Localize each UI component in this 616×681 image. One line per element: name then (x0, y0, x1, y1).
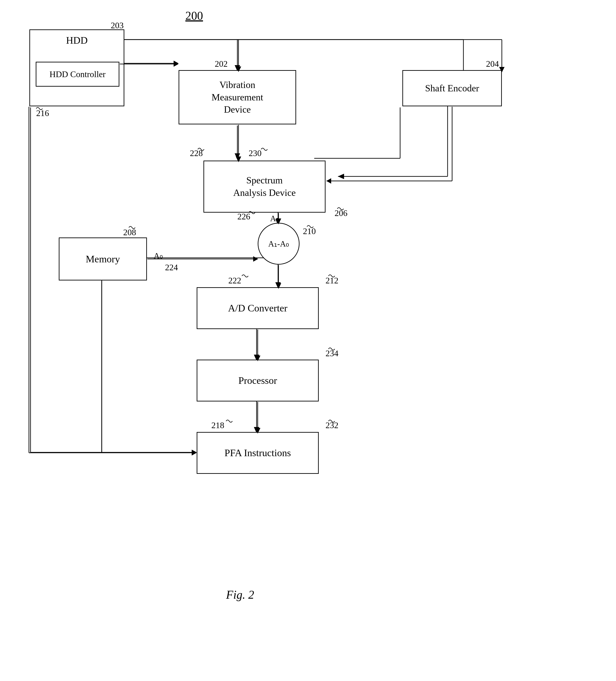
shaft-encoder-label: Shaft Encoder (425, 83, 479, 94)
pfa-instructions-label: PFA Instructions (224, 447, 291, 459)
main-title: 200 (185, 9, 203, 22)
hdd-controller-label: HDD Controller (50, 69, 106, 79)
vibration-label: VibrationMeasurementDevice (212, 79, 263, 116)
svg-marker-39 (326, 178, 331, 184)
label-228: 228 (190, 148, 203, 158)
vibration-box: VibrationMeasurementDevice (179, 70, 296, 124)
svg-marker-6 (235, 153, 240, 159)
label-a1: A₁ (270, 214, 279, 223)
svg-marker-27 (173, 60, 179, 66)
memory-label: Memory (86, 253, 120, 265)
label-208: 208 (123, 227, 136, 237)
label-210: 210 (303, 226, 316, 236)
svg-marker-34 (173, 61, 179, 67)
pfa-instructions-box: PFA Instructions (197, 432, 319, 474)
hdd-controller-box: HDD Controller (36, 62, 119, 86)
label-230: 230 (249, 148, 262, 158)
label-234: 234 (325, 348, 339, 358)
processor-box: Processor (197, 360, 319, 401)
ad-converter-label: A/D Converter (228, 302, 288, 314)
shaft-encoder-box: Shaft Encoder (402, 70, 502, 106)
label-206: 206 (334, 208, 347, 218)
memory-box: Memory (59, 237, 147, 280)
label-224: 224 (165, 262, 178, 272)
spectrum-box: SpectrumAnalysis Device (204, 160, 325, 212)
subtractor-circle: A₁-A₀ (258, 223, 299, 264)
svg-marker-52 (192, 450, 197, 455)
label-222: 222 (228, 276, 241, 285)
label-218: 218 (211, 420, 224, 430)
label-203: 203 (111, 20, 124, 30)
spectrum-label: SpectrumAnalysis Device (233, 174, 296, 199)
label-202: 202 (215, 59, 227, 69)
figure-caption: Fig. 2 (226, 588, 254, 601)
label-a0: A₀ (154, 251, 163, 260)
svg-marker-11 (338, 174, 344, 179)
label-204: 204 (486, 59, 499, 69)
svg-marker-43 (253, 256, 258, 262)
diagram: 200 HDD HDD Controller 203 216 Vibration… (0, 0, 616, 681)
label-212: 212 (325, 276, 339, 285)
ad-converter-box: A/D Converter (197, 287, 319, 329)
label-232: 232 (325, 420, 339, 430)
svg-marker-24 (192, 450, 197, 455)
hdd-label: HDD (66, 34, 87, 46)
label-216: 216 (36, 108, 49, 118)
processor-label: Processor (238, 375, 277, 386)
hdd-box: HDD HDD Controller (29, 29, 124, 106)
subtractor-label: A₁-A₀ (268, 239, 289, 249)
label-226: 226 (237, 211, 250, 221)
